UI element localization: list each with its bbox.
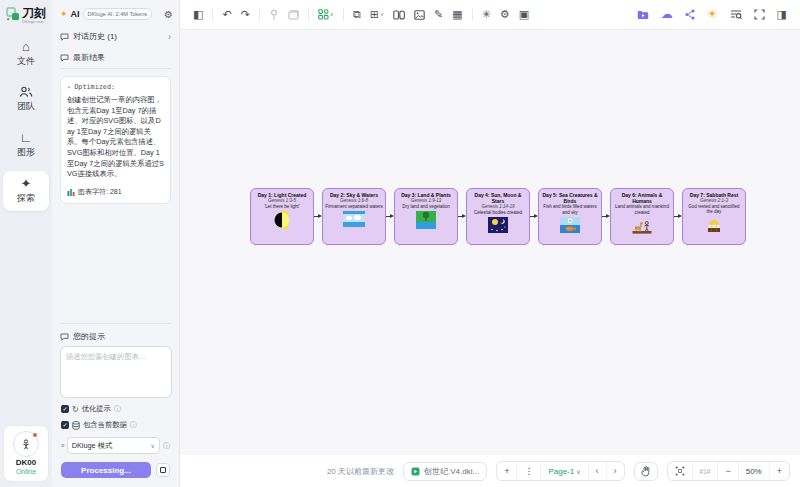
zoom-level[interactable]: 50% xyxy=(738,462,769,480)
layout-grid-button[interactable]: ∨ xyxy=(318,9,334,20)
node-day3[interactable]: Day 3: Land & Plants Genesis 1:9-13 Dry … xyxy=(394,188,458,245)
columns-button[interactable]: ▦ xyxy=(452,9,462,20)
mode-row: ‹› DKluge 模式 ∨ ⓘ xyxy=(61,437,170,454)
table-icon: ⊞ xyxy=(370,9,379,20)
pin-icon xyxy=(269,9,279,20)
sidebar-item-explore[interactable]: ✦ 探索 xyxy=(3,171,49,211)
settings-button[interactable]: ⚙ xyxy=(500,9,510,20)
theme-toggle-button[interactable]: ☀ xyxy=(707,9,718,20)
conversation-history-row[interactable]: 对话历史 (1) › xyxy=(52,26,179,47)
chat-bubble-icon xyxy=(60,33,69,41)
day1-light-icon xyxy=(272,211,292,229)
chevron-down-icon: ∨ xyxy=(576,468,580,475)
avatar-figure-icon xyxy=(19,437,33,451)
chevron-left-icon: ‹ xyxy=(596,466,599,476)
include-data-checkbox[interactable]: ✓ xyxy=(61,421,69,429)
grid-columns-icon: ▦ xyxy=(452,9,462,20)
cloud-sync-button[interactable]: ☁ xyxy=(661,9,673,20)
green-layout-icon xyxy=(318,9,329,20)
table-button[interactable]: ⊞ ∨ xyxy=(370,9,384,20)
prompt-label-row: 您的提示 xyxy=(52,326,179,344)
prev-page-button[interactable]: ‹ xyxy=(588,462,606,480)
node-day5[interactable]: Day 5: Sea Creatures & Birds Fish and bi… xyxy=(538,188,602,245)
file-play-icon xyxy=(411,467,420,476)
zoom-hint: #1# xyxy=(692,462,718,480)
app-logo[interactable]: 刀刻 DKluge.com xyxy=(6,7,46,24)
redo-button[interactable]: ↷ xyxy=(241,9,250,20)
ai-panel-header: ✦ AI DKluge AI: 2.4M Tokens ⚙ xyxy=(52,0,179,26)
latest-result-card: ✦ Optimized: 创建创世记第一章的内容图，包含元素Day 1至Day … xyxy=(60,76,171,204)
processing-button[interactable]: Processing... xyxy=(61,462,151,478)
page-menu-button[interactable]: ⋮ xyxy=(516,462,540,480)
image-button[interactable] xyxy=(414,10,425,20)
file-chip[interactable]: 创世纪 V4.dkl... xyxy=(403,462,487,481)
plus-icon: + xyxy=(504,466,509,476)
database-icon xyxy=(72,421,80,430)
optimize-checkbox[interactable]: ✓ xyxy=(61,405,69,413)
pan-tool-button[interactable] xyxy=(634,462,658,481)
logo-title: 刀刻 xyxy=(22,7,46,19)
diagram-canvas[interactable]: Day 1: Light Created Genesis 1:3-5 'Let … xyxy=(180,30,800,455)
pencil-button[interactable]: ✎ xyxy=(434,9,443,20)
refresh-icon: ↻ xyxy=(72,405,79,414)
sidebar-item-shapes[interactable]: ∟ 图形 xyxy=(3,125,49,165)
divider xyxy=(259,8,260,21)
zoom-fit-button[interactable] xyxy=(668,462,692,480)
fullscreen-button[interactable] xyxy=(754,9,765,20)
node-day7[interactable]: Day 7: Sabbath Rest Genesis 2:1-3 God re… xyxy=(682,188,746,245)
user-card[interactable]: DK00 Online xyxy=(3,425,49,482)
share-icon xyxy=(685,9,695,20)
node-day2[interactable]: Day 2: Sky & Waters Genesis 1:6-8 Firmam… xyxy=(322,188,386,245)
ai-panel: ✦ AI DKluge AI: 2.4M Tokens ⚙ 对话历史 (1) ›… xyxy=(52,0,180,487)
search-list-button[interactable] xyxy=(730,9,742,20)
present-button[interactable] xyxy=(637,10,649,20)
info-icon[interactable]: ⓘ xyxy=(163,441,170,451)
divider xyxy=(472,8,473,21)
token-badge: DKluge AI: 2.4M Tokens xyxy=(83,8,153,20)
divider xyxy=(60,323,171,324)
node-day4[interactable]: Day 4: Sun, Moon & Stars Genesis 1:14-19… xyxy=(466,188,530,245)
node-day1[interactable]: Day 1: Light Created Genesis 1:3-5 'Let … xyxy=(250,188,314,245)
component-button[interactable] xyxy=(393,10,405,20)
list-search-icon xyxy=(730,9,742,20)
logo-subtitle: DKluge.com xyxy=(22,19,46,24)
zoom-controls: #1# − 50% + xyxy=(667,461,790,481)
add-page-button[interactable]: + xyxy=(497,462,516,480)
stop-icon xyxy=(160,467,166,473)
sidebar-item-files[interactable]: ⌂ 文件 xyxy=(3,34,49,74)
pin-button[interactable] xyxy=(269,9,279,20)
pencil-icon: ✎ xyxy=(434,9,443,20)
sidebar: 刀刻 DKluge.com ⌂ 文件 团队 ∟ 图形 ✦ 探索 xyxy=(0,0,52,487)
optimize-prompt-option: ✓ ↻ 优化提示 ⓘ xyxy=(61,404,170,414)
toggle-right-panel-button[interactable]: ◨ xyxy=(777,9,787,20)
zoom-in-button[interactable]: + xyxy=(769,462,789,480)
ai-sparkle-icon: ✦ xyxy=(60,9,68,19)
frame-select-button[interactable]: ▣ xyxy=(519,9,529,20)
info-icon[interactable]: ⓘ xyxy=(130,420,137,430)
prompt-input[interactable] xyxy=(60,346,172,398)
app-window: 刀刻 DKluge.com ⌂ 文件 团队 ∟ 图形 ✦ 探索 xyxy=(0,0,800,487)
sidebar-item-team[interactable]: 团队 xyxy=(3,80,49,119)
sun-icon: ☀ xyxy=(707,9,718,20)
chevron-right-icon: › xyxy=(168,32,171,42)
mode-select[interactable]: DKluge 模式 ∨ xyxy=(67,437,160,454)
share-button[interactable] xyxy=(685,9,695,20)
ai-panel-title: AI xyxy=(71,9,80,19)
zoom-out-button[interactable]: − xyxy=(717,462,737,480)
shapes-button[interactable]: ⧉ xyxy=(353,9,361,20)
toggle-left-panel-button[interactable]: ◧ xyxy=(193,9,203,20)
page-selector[interactable]: Page-1 ∨ xyxy=(540,462,587,480)
image-icon xyxy=(414,10,425,20)
square-dot-icon: ▣ xyxy=(519,9,529,20)
logo-icon xyxy=(6,7,20,22)
node-day6[interactable]: Day 6: Animals & Humans Land animals and… xyxy=(610,188,674,245)
day6-animals-icon xyxy=(631,217,653,235)
ai-settings-gear-icon[interactable]: ⚙ xyxy=(164,9,173,20)
info-icon[interactable]: ⓘ xyxy=(114,404,121,414)
undo-button[interactable]: ↶ xyxy=(222,9,231,20)
flow-arrow xyxy=(602,213,610,220)
magic-tools-button[interactable]: ✳ xyxy=(482,9,491,20)
frame-export-button[interactable] xyxy=(288,10,299,20)
next-page-button[interactable]: › xyxy=(606,462,624,480)
stop-button[interactable] xyxy=(156,463,170,477)
